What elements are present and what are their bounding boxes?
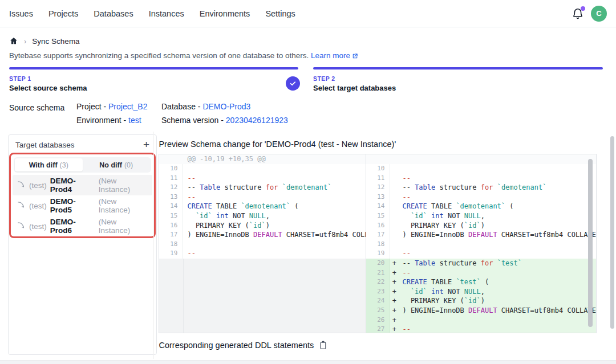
diff-line: 19-- — [159, 249, 366, 259]
step-1[interactable]: STEP 1 Select source schema — [9, 67, 298, 92]
diff-line: 27+-- — [366, 325, 596, 333]
diff-line-code: -- Table structure for `demotenant` — [183, 183, 366, 193]
source-schema-summary: Source schema Project - Project_B2Databa… — [0, 92, 616, 125]
target-databases-panel: Target databases + With diff(3)No diff(0… — [8, 134, 157, 355]
diff-line-number: 16 — [366, 221, 390, 231]
diff-line-code — [183, 164, 366, 174]
diff-line-code: -- — [183, 174, 366, 183]
diff-line-number: 24 — [366, 296, 390, 306]
diff-line-code: ) ENGINE=InnoDB DEFAULT CHARSET=utf8mb4 … — [398, 306, 596, 316]
diff-line-code — [398, 240, 596, 250]
diff-line-code — [398, 316, 596, 325]
diff-hunk-header: @@ -10,19 +10,35 @@ — [159, 154, 366, 164]
ddl-code-block-top — [0, 360, 616, 364]
step-2-label: STEP 2 — [313, 75, 603, 82]
diff-line-sign — [390, 193, 398, 202]
diff-line-number: 27 — [366, 325, 390, 333]
diff-line-code: -- — [398, 174, 596, 183]
nav-item-instances[interactable]: Instances — [149, 9, 184, 18]
diff-line: 11-- — [366, 174, 596, 183]
mysql-icon — [17, 180, 26, 190]
step-indicator: STEP 1 Select source schema STEP 2 Selec… — [0, 60, 616, 92]
nav-item-projects[interactable]: Projects — [48, 9, 78, 18]
diff-line-sign: + — [390, 268, 398, 278]
home-icon[interactable] — [9, 36, 18, 46]
diff-line-sign — [390, 240, 398, 250]
nav-item-databases[interactable]: Databases — [94, 9, 133, 18]
diff-line-number: 20 — [366, 259, 390, 268]
source-schema-fields: Project - Project_B2Database - DEMO-Prod… — [76, 102, 302, 125]
diff-line: 19-- — [366, 249, 596, 259]
diff-line: 23+ `id` int NOT NULL, — [366, 287, 596, 297]
learn-more-link[interactable]: Learn more — [311, 51, 358, 60]
step-2-bar — [313, 67, 603, 69]
source-field-database: Database - DEMO-Prod3 — [161, 102, 302, 111]
diff-line: 17) ENGINE=InnoDB DEFAULT CHARSET=utf8mb… — [159, 230, 366, 240]
diff-line: 12-- Table structure for `demotenant` — [159, 183, 366, 193]
external-link-icon — [352, 53, 358, 59]
tab-no-diff[interactable]: No diff(0) — [83, 158, 151, 171]
diff-pane-source: @@ -10,19 +10,35 @@ 1011--12-- Table str… — [159, 154, 366, 333]
diff-line-number: 12 — [366, 183, 390, 193]
diff-line-code: CREATE TABLE `demotenant` ( — [398, 202, 596, 211]
diff-line-code: ) ENGINE=InnoDB DEFAULT CHARSET=utf8mb4 … — [398, 230, 596, 240]
diff-line-number: 22 — [366, 277, 390, 287]
database-env: (test) — [29, 181, 47, 190]
source-project-link[interactable]: Project_B2 — [108, 102, 147, 111]
diff-line-code: `id` int NOT NULL, — [398, 211, 596, 221]
intro-text: Bytebase supports synchronizing a specif… — [0, 46, 616, 60]
diff-line-sign — [390, 211, 398, 221]
target-databases-title: Target databases — [15, 141, 75, 149]
nav-item-settings[interactable]: Settings — [265, 9, 295, 18]
database-suffix: (New Instance) — [99, 218, 148, 235]
preview-title: Preview Schema change for 'DEMO-Prod4 (t… — [154, 132, 616, 149]
top-navbar: IssuesProjectsDatabasesInstancesEnvironm… — [0, 0, 616, 27]
database-name: DEMO-Prod5 — [50, 197, 95, 214]
tab-with-diff[interactable]: With diff(3) — [15, 158, 83, 171]
diff-line-code: -- — [183, 193, 366, 202]
source-field-project: Project - Project_B2 — [76, 102, 161, 111]
step-2[interactable]: STEP 2 Select target databases — [313, 67, 603, 92]
source-schema-label: Source schema — [9, 102, 76, 125]
tab-count: (3) — [60, 161, 68, 169]
diff-line-sign: + — [390, 259, 398, 268]
notification-bell-button[interactable] — [572, 7, 584, 20]
diff-line: 10 — [159, 164, 366, 174]
target-database-row[interactable]: (test)DEMO-Prod6(New Instance) — [13, 216, 152, 236]
diff-line-code: CREATE TABLE `test` ( — [398, 277, 596, 287]
notification-dot — [581, 6, 585, 11]
diff-line-number: 15 — [366, 211, 390, 221]
diff-line-code: PRIMARY KEY (`id`) — [398, 221, 596, 231]
add-target-database-button[interactable]: + — [143, 140, 149, 149]
diff-line: 22+CREATE TABLE `test` ( — [366, 277, 596, 287]
tab-label: No diff — [99, 161, 122, 169]
step-1-label: STEP 1 — [9, 75, 298, 82]
clipboard-icon — [319, 341, 327, 350]
tab-label: With diff — [29, 161, 58, 169]
database-env: (test) — [29, 202, 47, 210]
diff-vertical-scrollbar[interactable] — [588, 159, 593, 327]
source-environment-link[interactable]: test — [128, 116, 141, 125]
diff-line: 16 PRIMARY KEY (`id`) — [366, 221, 596, 231]
diff-line: 16 PRIMARY KEY (`id`) — [159, 221, 366, 231]
diff-line: 13-- — [159, 193, 366, 202]
target-database-row[interactable]: (test)DEMO-Prod4(New Instance) — [13, 175, 152, 195]
mysql-icon — [17, 221, 26, 231]
intro-sentence: Bytebase supports synchronizing a specif… — [9, 51, 309, 60]
preview-column: Preview Schema change for 'DEMO-Prod4 (t… — [153, 132, 616, 359]
diff-filter-tabs: With diff(3)No diff(0) — [14, 157, 151, 173]
nav-item-environments[interactable]: Environments — [200, 9, 250, 18]
diff-line-number: 18 — [159, 240, 183, 250]
target-database-row[interactable]: (test)DEMO-Prod5(New Instance) — [13, 195, 152, 216]
diff-line-number: 11 — [159, 174, 183, 183]
diff-line: 15 `id` int NOT NULL, — [159, 211, 366, 221]
source-schema-version-link[interactable]: 20230426121923 — [226, 116, 288, 125]
breadcrumb-page: Sync Schema — [32, 37, 79, 46]
page-scrollbar[interactable] — [610, 136, 614, 329]
avatar[interactable]: C — [591, 6, 607, 22]
source-database-link[interactable]: DEMO-Prod3 — [202, 102, 250, 111]
sync-main-area: Target databases + With diff(3)No diff(0… — [0, 132, 616, 359]
copy-ddl-button[interactable] — [319, 341, 327, 350]
diff-line-code: `id` int NOT NULL, — [183, 211, 366, 221]
nav-item-issues[interactable]: Issues — [9, 9, 33, 18]
